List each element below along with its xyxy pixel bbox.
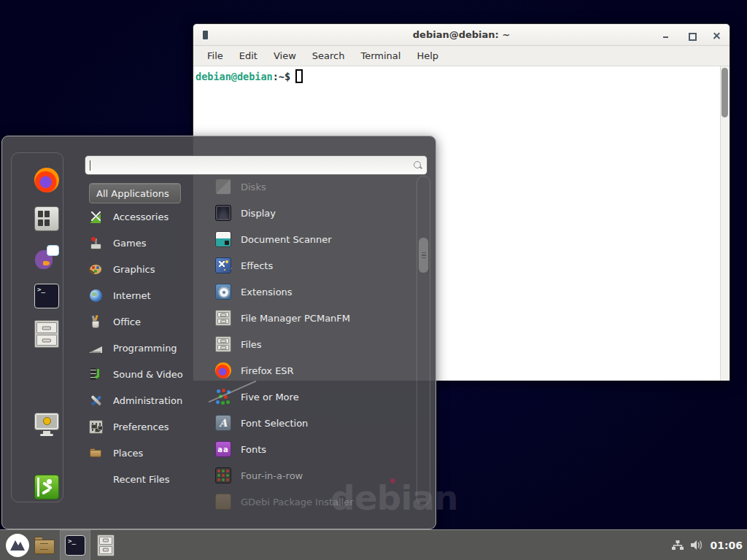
debian-swirl-dot — [390, 478, 395, 483]
menu-view[interactable]: View — [267, 48, 303, 63]
terminal-launcher-icon[interactable]: >_ — [34, 284, 59, 308]
terminal-window-icon — [203, 31, 208, 39]
four-in-a-row-icon — [215, 467, 231, 483]
sound-video-icon — [89, 368, 103, 381]
start-menu-logo-icon — [6, 534, 29, 557]
app-five-or-more[interactable]: Five or More — [205, 384, 414, 410]
search-icon — [413, 160, 422, 170]
category-administration[interactable]: Administration — [89, 387, 182, 413]
app-effects[interactable]: Effects — [205, 252, 414, 279]
app-firefox-esr[interactable]: Firefox ESR — [205, 357, 414, 384]
files-app-icon — [215, 336, 231, 352]
shell-prompt: debian@debian:~$ — [193, 66, 729, 83]
accessories-icon — [89, 210, 103, 224]
file-manager-icon — [215, 310, 231, 326]
minimize-button[interactable] — [662, 31, 670, 39]
document-scanner-icon — [215, 231, 231, 247]
menu-terminal[interactable]: Terminal — [354, 48, 407, 63]
effects-icon — [215, 257, 231, 273]
category-graphics[interactable]: Graphics — [89, 256, 155, 282]
menu-edit[interactable]: Edit — [233, 48, 264, 63]
category-programming[interactable]: Programming — [89, 335, 177, 361]
category-games[interactable]: Games — [89, 230, 146, 256]
preferences-icon — [89, 420, 103, 434]
menu-scrollbar-thumb[interactable] — [419, 238, 428, 273]
gdebi-icon — [215, 494, 231, 510]
programming-icon — [89, 341, 103, 355]
category-internet[interactable]: Internet — [89, 282, 151, 308]
lock-screen-icon[interactable] — [34, 412, 59, 437]
category-recent-files[interactable]: Recent Files — [89, 466, 170, 492]
mixer-icon[interactable] — [34, 206, 59, 231]
taskbar-files-launcher[interactable] — [90, 530, 121, 560]
taskbar-terminal-active[interactable]: >_ — [60, 530, 90, 560]
app-files[interactable]: Files — [205, 331, 414, 357]
start-menu-button[interactable] — [6, 534, 29, 557]
category-office[interactable]: Office — [89, 308, 141, 335]
category-sound-video[interactable]: Sound & Video — [89, 361, 183, 387]
terminal-scrollbar-thumb[interactable] — [721, 68, 728, 117]
debian-watermark: debian — [330, 478, 457, 518]
category-all-applications[interactable]: All Applications — [89, 183, 181, 203]
administration-icon — [89, 394, 103, 408]
disks-icon — [215, 179, 231, 195]
pidgin-icon[interactable] — [34, 245, 59, 270]
firefox-icon[interactable] — [34, 168, 59, 192]
folder-icon — [34, 537, 55, 554]
menu-scrollbar[interactable] — [417, 176, 430, 505]
menu-search[interactable]: Search — [306, 48, 352, 63]
close-button[interactable] — [713, 31, 721, 39]
terminal-task-icon: >_ — [65, 535, 85, 556]
places-icon — [89, 446, 103, 460]
firefox-esr-icon — [215, 362, 231, 378]
terminal-window-title: debian@debian: ~ — [413, 29, 510, 40]
app-font-selection[interactable]: A Font Selection — [205, 410, 414, 436]
taskbar: >_ 01:06 — [0, 529, 747, 560]
internet-icon — [89, 289, 103, 303]
app-fonts[interactable]: aa Fonts — [205, 436, 414, 462]
category-preferences[interactable]: Preferences — [89, 413, 169, 440]
app-document-scanner[interactable]: Document Scanner — [205, 226, 414, 252]
taskbar-clock[interactable]: 01:06 — [710, 540, 743, 551]
category-accessories[interactable]: Accessories — [89, 203, 169, 230]
prompt-user-host: debian@debian — [196, 71, 273, 82]
app-disks[interactable]: Disks — [205, 174, 414, 200]
games-icon — [89, 236, 103, 250]
terminal-scrollbar[interactable] — [720, 66, 729, 381]
search-box[interactable] — [85, 155, 427, 175]
display-icon — [215, 205, 231, 221]
system-tray: 01:06 — [671, 539, 747, 551]
categories-panel: All Applications Accessories Games Graph… — [89, 183, 206, 203]
terminal-menubar: File Edit View Search Terminal Help — [193, 46, 729, 66]
app-display[interactable]: Display — [205, 200, 414, 226]
text-cursor — [295, 69, 303, 83]
files-icon[interactable] — [34, 320, 59, 348]
category-places[interactable]: Places — [89, 440, 143, 466]
file-cabinet-icon — [97, 534, 115, 556]
logout-icon[interactable] — [34, 475, 59, 499]
fonts-icon: aa — [215, 441, 231, 457]
app-extensions[interactable]: Extensions — [205, 279, 414, 305]
graphics-icon — [89, 262, 103, 276]
menu-file[interactable]: File — [201, 48, 230, 63]
desktop-background: debian@debian: ~ File Edit View Search T… — [0, 0, 747, 560]
font-selection-icon: A — [215, 415, 231, 431]
network-icon[interactable] — [671, 540, 684, 551]
application-menu: >_ All Applications Accessories — [1, 136, 436, 529]
maximize-button[interactable] — [687, 31, 695, 39]
extensions-icon — [215, 284, 231, 300]
app-file-manager-pcmanfm[interactable]: File Manager PCManFM — [205, 305, 414, 331]
favorites-panel: >_ — [11, 152, 63, 502]
prompt-path: :~$ — [273, 71, 290, 82]
menu-help[interactable]: Help — [410, 48, 445, 63]
office-icon — [89, 315, 103, 329]
taskbar-file-manager-launcher[interactable] — [29, 530, 60, 560]
search-input[interactable] — [90, 160, 413, 171]
volume-icon[interactable] — [690, 539, 704, 551]
terminal-titlebar[interactable]: debian@debian: ~ — [193, 24, 729, 46]
